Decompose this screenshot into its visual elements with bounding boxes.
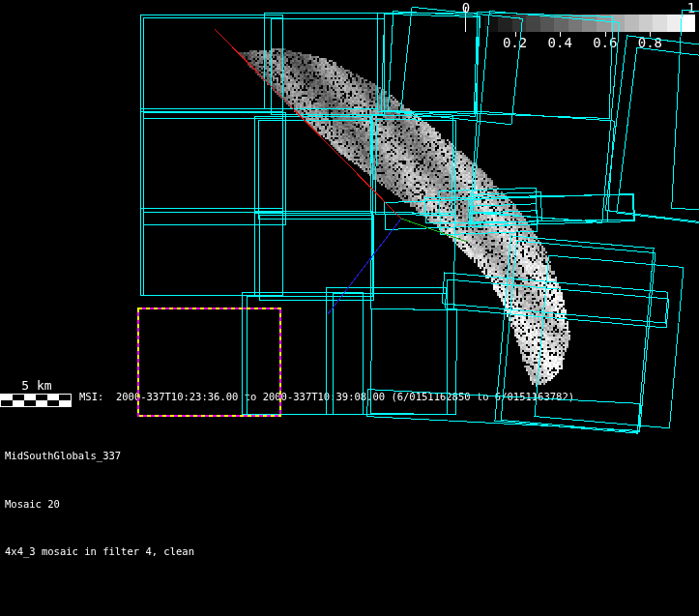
footprint-rect[interactable] <box>370 115 453 213</box>
footprint-rect[interactable] <box>264 13 377 108</box>
footprint-rect[interactable] <box>381 14 479 113</box>
footprint-rect[interactable] <box>469 197 538 223</box>
display-root: 0 1 0.20.40.60.8 5 km MSI: 2000-337T10:2… <box>0 0 699 616</box>
footprint-rect[interactable] <box>366 390 640 431</box>
footprint-rect[interactable] <box>617 47 699 224</box>
footprint-rect[interactable] <box>370 308 457 415</box>
footprint-rect[interactable] <box>242 292 363 414</box>
footprint-rect[interactable] <box>140 208 282 295</box>
footprint-rect[interactable] <box>258 120 372 219</box>
footprint-rect[interactable] <box>442 273 668 323</box>
selected-footprint-rect[interactable] <box>138 308 280 416</box>
footprint-overlay <box>0 0 699 616</box>
footprint-rect[interactable] <box>326 287 447 414</box>
footprint-rect[interactable] <box>271 18 384 114</box>
footprint-rect[interactable] <box>672 11 699 214</box>
footprint-rect[interactable] <box>254 116 370 213</box>
footprint-rect[interactable] <box>333 293 447 414</box>
footprint-rect[interactable] <box>495 236 654 433</box>
footprint-rect[interactable] <box>140 15 282 111</box>
footprint-rect[interactable] <box>472 12 620 223</box>
x-axis-line <box>215 29 401 219</box>
footprint-rect[interactable] <box>401 7 523 124</box>
footprint-rect[interactable] <box>470 211 538 226</box>
footprint-rect[interactable] <box>143 17 282 118</box>
footprint-rect[interactable] <box>254 211 372 296</box>
footprint-rect[interactable] <box>605 36 699 223</box>
footprint-rect[interactable] <box>474 13 613 119</box>
selected-footprint-rect[interactable] <box>138 308 280 416</box>
footprint-rect[interactable] <box>140 108 282 208</box>
footprint-rect[interactable] <box>247 296 363 414</box>
y-axis-line <box>401 219 467 242</box>
